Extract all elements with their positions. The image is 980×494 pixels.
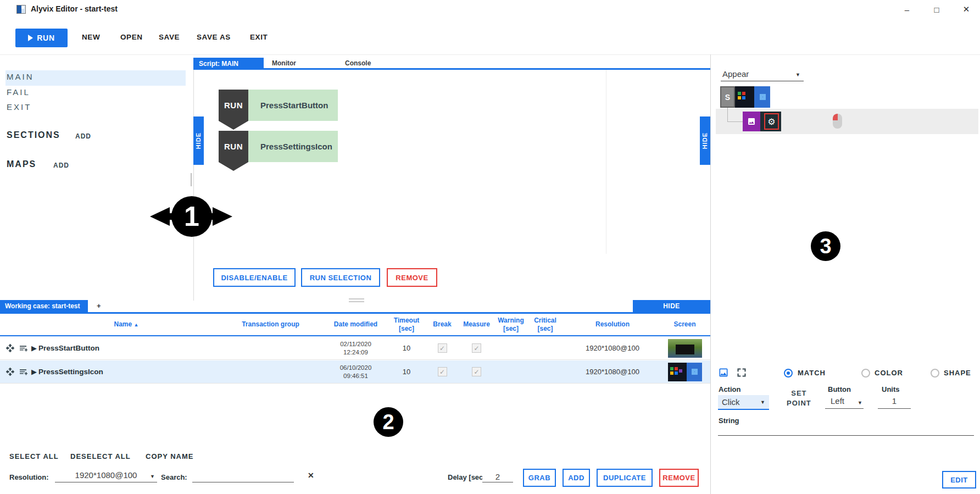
copy-name-button[interactable]: COPY NAME [146,452,194,460]
add-case-tab-button[interactable]: + [97,302,101,310]
add-to-list-icon[interactable] [19,344,27,353]
column-transaction-group[interactable]: Transaction group [214,320,327,329]
region-select-icon[interactable] [736,367,747,378]
close-button[interactable]: ✕ [957,2,976,16]
tab-underline [193,68,710,70]
color-radio-label[interactable]: COLOR [875,369,903,377]
string-input-underline[interactable] [718,435,974,436]
run-selection-button[interactable]: RUN SELECTION [301,268,380,287]
image-mode-icon[interactable] [717,367,730,378]
detection-mode-dropdown[interactable]: Appear [722,69,749,79]
clear-search-icon[interactable]: ✕ [308,471,314,480]
move-icon[interactable] [5,367,15,376]
action-dropdown[interactable]: Click ▼ [718,395,769,410]
edit-button[interactable]: EDIT [942,471,976,489]
delay-label: Delay [sec] [448,473,486,481]
row-play-icon[interactable]: ▶ [31,344,37,352]
timeout-cell[interactable]: 10 [385,368,428,376]
shape-radio-label[interactable]: SHAPE [944,369,971,377]
sidebar-item-exit[interactable]: EXIT [7,102,31,112]
annotation-step-1: 1 [171,196,212,237]
test-object-name[interactable]: PressSettingsIcon [38,368,214,376]
duplicate-button[interactable]: DUPLICATE [597,469,653,487]
hide-working-case-button[interactable]: HIDE [633,300,710,312]
remove-case-button[interactable]: REMOVE [659,469,699,487]
match-radio[interactable] [784,369,793,378]
match-radio-label[interactable]: MATCH [798,369,826,377]
minimize-button[interactable]: – [898,2,916,16]
sidebar-item-main[interactable]: MAIN [7,72,34,81]
column-warning[interactable]: Warning [sec] [497,317,525,333]
grab-button[interactable]: GRAB [523,469,556,487]
remove-script-button[interactable]: REMOVE [387,268,437,287]
timeout-cell[interactable]: 10 [385,344,428,352]
detection-mode-underline [721,81,804,81]
column-measure[interactable]: Measure [456,320,497,329]
menu-save-as[interactable]: SAVE AS [197,33,231,41]
maps-add-button[interactable]: ADD [53,162,69,169]
sidebar-item-fail[interactable]: FAIL [7,87,30,97]
menu-open[interactable]: OPEN [120,33,143,41]
move-icon[interactable] [5,343,15,353]
menu-new[interactable]: NEW [82,33,100,41]
column-date-modified[interactable]: Date modified [327,320,385,329]
test-object-name[interactable]: PressStartButton [38,344,214,352]
units-input[interactable]: 1 [878,396,911,409]
screen-thumbnail[interactable] [668,363,702,381]
horizontal-splitter-grip[interactable] [349,298,364,302]
menu-save[interactable]: SAVE [159,33,180,41]
break-checkbox[interactable]: ✓ [438,367,447,376]
search-label: Search: [161,473,187,481]
resolution-dropdown[interactable]: 1920*1080@100 ▼ [55,470,157,482]
column-break[interactable]: Break [428,320,456,329]
delay-input[interactable] [482,471,513,482]
row-play-icon[interactable]: ▶ [31,368,37,376]
screen-thumbnail[interactable] [668,339,702,358]
chevron-down-icon[interactable]: ▼ [795,72,800,77]
hide-right-panel-button[interactable]: HIDE [700,116,710,165]
column-critical[interactable]: Critical [sec] [525,317,566,333]
color-radio[interactable] [861,369,870,378]
maximize-button[interactable]: □ [927,2,946,16]
table-row-press-settings-icon[interactable]: ▶ PressSettingsIcon 06/10/2020 09:46:51 … [0,360,710,384]
tab-monitor[interactable]: Monitor [272,59,296,67]
column-name[interactable]: Name ▲ [38,320,214,329]
vertical-splitter-grip[interactable] [191,173,192,186]
app-icon [16,5,26,14]
deselect-all-button[interactable]: DESELECT ALL [70,452,131,460]
button-dropdown[interactable]: Left ▼ [825,396,864,409]
working-case-tab[interactable]: Working case: start-test [0,300,88,312]
hide-left-panel-button[interactable]: HIDE [193,116,204,165]
search-input[interactable] [192,471,294,482]
table-row-press-start-button[interactable]: ▶ PressStartButton 02/11/2020 12:24:09 1… [0,337,710,360]
column-resolution[interactable]: Resolution [566,320,659,329]
add-button[interactable]: ADD [563,469,590,487]
disable-enable-button[interactable]: DISABLE/ENABLE [213,268,296,287]
table-header: Name ▲ Transaction group Date modified T… [0,314,710,335]
screen-badge[interactable]: S [720,86,735,108]
gear-icon: ⚙ [764,113,779,130]
tab-console[interactable]: Console [345,59,371,67]
sections-add-button[interactable]: ADD [75,132,91,140]
measure-checkbox[interactable]: ✓ [472,367,481,376]
script-block-press-start-button[interactable]: RUN PressStartButton [219,90,338,121]
add-to-list-icon[interactable] [19,368,27,376]
selected-component-box[interactable]: ⚙ [760,112,781,131]
run-button[interactable]: RUN [15,29,68,47]
chevron-down-icon: ▼ [150,474,155,479]
shape-radio[interactable] [931,369,939,378]
alyvix-editor-window: Alyvix Editor - start-test – □ ✕ RUN NEW… [0,0,980,494]
column-screen[interactable]: Screen [659,320,710,329]
measure-checkbox[interactable]: ✓ [472,343,481,353]
menu-exit[interactable]: EXIT [250,33,268,41]
break-checkbox[interactable]: ✓ [438,343,447,353]
select-all-button[interactable]: SELECT ALL [9,452,59,460]
script-block-press-settings-icon[interactable]: RUN PressSettingsIcon [219,131,338,162]
image-component-box[interactable] [743,112,760,131]
working-case-header-border [0,335,710,336]
column-timeout[interactable]: Timeout [sec] [385,317,428,333]
date-modified-cell: 06/10/2020 09:46:51 [327,364,385,380]
object-screen-thumbnail[interactable] [735,86,770,108]
set-point-button[interactable]: SET POINT [787,388,811,408]
vertical-splitter[interactable] [193,70,194,301]
